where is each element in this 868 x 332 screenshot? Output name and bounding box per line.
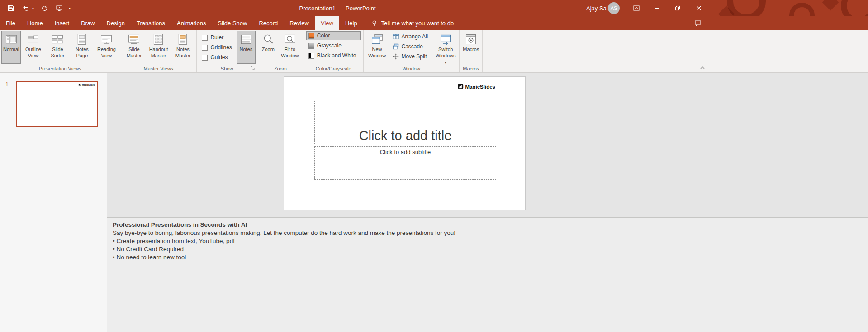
arrange-all-button[interactable]: Arrange All <box>390 32 433 41</box>
slide-canvas[interactable]: MagicSlides Click to add title Click to … <box>284 76 526 210</box>
window-small-buttons: Arrange All Cascade Move Split <box>389 31 434 61</box>
customize-qat-chevron-down-icon[interactable]: ▾ <box>69 6 71 10</box>
black-and-white-button[interactable]: Black and White <box>306 51 361 60</box>
ribbon: Normal Outline View Slide Sorter <box>0 30 868 73</box>
slide-edit-area: MagicSlides Click to add title Click to … <box>107 73 868 217</box>
normal-view-icon <box>5 33 18 46</box>
grayscale-button[interactable]: Grayscale <box>306 41 361 50</box>
group-label-show: Show <box>221 66 233 71</box>
move-split-button[interactable]: Move Split <box>390 52 433 61</box>
zoom-button[interactable]: Zoom <box>259 31 278 64</box>
cascade-label: Cascade <box>402 43 423 50</box>
gridlines-checkbox[interactable]: Gridlines <box>202 44 232 51</box>
tab-animations[interactable]: Animations <box>171 16 212 30</box>
ribbon-display-options-icon <box>633 5 640 12</box>
tell-me-box[interactable]: Tell me what you want to do <box>371 16 454 30</box>
ribbon-group-presentation-views: Normal Outline View Slide Sorter <box>0 30 120 72</box>
tab-slide-show[interactable]: Slide Show <box>212 16 253 30</box>
new-window-button[interactable]: New Window <box>365 31 389 64</box>
title-separator: - <box>340 5 342 12</box>
titlebar: ▾ ▾ Presentation1 - PowerPoint Ajay Sai … <box>0 0 868 16</box>
collapse-ribbon-button[interactable] <box>698 64 707 71</box>
title-placeholder[interactable]: Click to add title <box>314 101 496 144</box>
notes-pane[interactable]: Professional Presentations in Seconds wi… <box>107 217 868 332</box>
outline-view-button[interactable]: Outline View <box>21 31 45 64</box>
handout-master-button[interactable]: Handout Master <box>146 31 171 64</box>
tab-record[interactable]: Record <box>253 16 284 30</box>
thumbnail-logo: MagicSlides <box>79 84 95 86</box>
chevron-up-icon <box>700 65 705 70</box>
macros-button[interactable]: Macros <box>461 31 481 64</box>
tab-design[interactable]: Design <box>101 16 131 30</box>
cascade-button[interactable]: Cascade <box>390 42 433 51</box>
slide-logo-text: MagicSlides <box>465 84 495 89</box>
color-button[interactable]: Color <box>306 31 361 40</box>
slide-master-button[interactable]: Slide Master <box>122 31 146 64</box>
slide-thumbnail[interactable]: MagicSlides <box>16 81 98 127</box>
tab-transitions[interactable]: Transitions <box>131 16 171 30</box>
save-icon <box>7 5 14 12</box>
restore-button[interactable] <box>667 0 688 16</box>
tab-view[interactable]: View <box>315 16 339 30</box>
account-user-name[interactable]: Ajay Sai <box>586 0 608 16</box>
switch-windows-label: Switch Windows <box>436 47 456 58</box>
subtitle-placeholder[interactable]: Click to add subtitle <box>314 146 496 180</box>
guides-checkbox[interactable]: Guides <box>202 54 232 61</box>
avatar[interactable]: AS <box>608 2 620 14</box>
notes-master-button[interactable]: Notes Master <box>171 31 195 64</box>
start-from-beginning-button[interactable] <box>55 4 64 13</box>
magicslides-logo-icon <box>458 84 464 89</box>
notes-bullet: • No need to learn new tool <box>113 253 859 262</box>
macros-icon <box>464 33 478 46</box>
fit-to-window-button[interactable]: Fit to Window <box>278 31 302 64</box>
slide-sorter-button[interactable]: Slide Sorter <box>45 31 70 64</box>
tab-help[interactable]: Help <box>339 16 363 30</box>
powerpoint-window: ▾ ▾ Presentation1 - PowerPoint Ajay Sai … <box>0 0 868 332</box>
reading-view-button[interactable]: Reading View <box>94 31 119 64</box>
undo-dropdown-chevron-down-icon[interactable]: ▾ <box>32 6 34 10</box>
move-split-icon <box>393 53 399 60</box>
tab-draw[interactable]: Draw <box>75 16 100 30</box>
tab-insert[interactable]: Insert <box>49 16 76 30</box>
group-label-presentation-views: Presentation Views <box>39 66 81 71</box>
document-title: Presentation1 <box>299 5 335 12</box>
title-placeholder-text: Click to add title <box>359 128 452 143</box>
new-window-label: New Window <box>367 47 388 59</box>
minimize-button[interactable] <box>646 0 667 16</box>
tab-review[interactable]: Review <box>284 16 315 30</box>
tab-file[interactable]: File <box>0 16 21 30</box>
move-split-label: Move Split <box>402 53 427 60</box>
switch-windows-button[interactable]: Switch Windows ▾ <box>433 31 458 64</box>
ruler-checkbox[interactable]: Ruler <box>202 34 232 41</box>
notes-icon <box>239 33 253 46</box>
close-button[interactable] <box>688 0 709 16</box>
notes-master-label: Notes Master <box>172 47 193 59</box>
normal-view-button[interactable]: Normal <box>1 31 21 64</box>
start-from-beginning-icon <box>56 5 63 12</box>
show-dialog-launcher-icon[interactable] <box>250 65 256 71</box>
ribbon-tab-bar: File Home Insert Draw Design Transitions… <box>0 16 868 30</box>
titlebar-decoration <box>710 0 868 16</box>
notes-toggle-button[interactable]: Notes <box>237 31 256 64</box>
slide-number: 1 <box>5 81 9 88</box>
tab-home[interactable]: Home <box>21 16 49 30</box>
undo-button[interactable] <box>21 4 30 13</box>
notes-body: Say bye-bye to boring, laborious present… <box>113 229 859 237</box>
save-button[interactable] <box>6 4 15 13</box>
ribbon-display-options-button[interactable] <box>626 0 647 16</box>
quick-access-toolbar: ▾ ▾ <box>6 0 71 16</box>
handout-master-label: Handout Master <box>148 47 169 59</box>
redo-button[interactable] <box>40 4 49 13</box>
tell-me-label: Tell me what you want to do <box>381 20 454 27</box>
slide-master-icon <box>127 33 141 46</box>
undo-icon <box>22 5 29 12</box>
notes-page-button[interactable]: Notes Page <box>70 31 94 64</box>
guides-label: Guides <box>210 54 228 61</box>
color-swatch-icon <box>308 33 314 39</box>
checkbox-box <box>202 35 208 41</box>
reading-view-label: Reading View <box>96 47 117 59</box>
handout-master-icon <box>152 33 165 46</box>
feedback-button[interactable] <box>693 18 703 28</box>
zoom-icon <box>261 33 275 46</box>
black-and-white-label: Black and White <box>317 52 356 59</box>
